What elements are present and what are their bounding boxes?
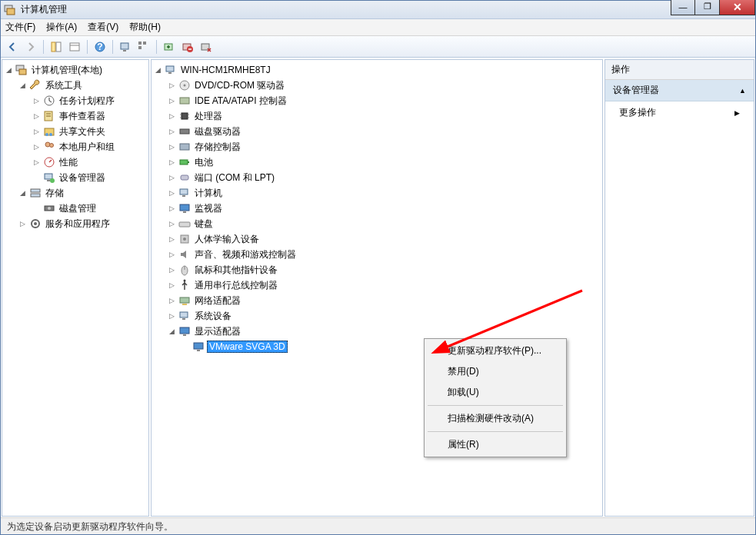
network-icon [178,294,191,307]
actions-section[interactable]: 设备管理器 ▲ [605,80,754,101]
tree-node-task-scheduler[interactable]: ▷任务计划程序 [32,93,146,108]
svg-rect-56 [180,204,189,211]
expander-icon[interactable]: ▷ [32,128,41,136]
expander-icon[interactable]: ▷ [168,189,176,198]
device-sound[interactable]: ▷声音、视频和游戏控制器 [168,247,600,262]
device-icon-button[interactable] [117,38,134,55]
close-button[interactable]: ✕ [720,0,755,15]
expander-icon[interactable]: ◢ [18,189,27,198]
device-keyboard[interactable]: ▷键盘 [168,216,600,231]
tree-node-storage[interactable]: ◢ 存储 [18,185,146,201]
device-network[interactable]: ▷网络适配器 [168,293,600,308]
svg-point-27 [45,142,50,147]
menu-disable[interactable]: 禁用(D) [426,361,565,382]
svg-rect-68 [180,327,189,334]
menu-update-driver[interactable]: 更新驱动程序软件(P)... [426,341,565,361]
expander-icon[interactable]: ▷ [168,143,176,151]
device-computer[interactable]: ▷计算机 [168,185,600,201]
tree-view-button[interactable] [135,38,152,55]
disable-device-button[interactable] [179,38,196,55]
maximize-button[interactable]: ❐ [695,0,720,15]
actions-section-label: 设备管理器 [613,84,659,97]
ide-icon [178,95,191,107]
expander-icon[interactable]: ▷ [168,266,176,274]
expander-icon[interactable]: ▷ [18,220,27,228]
device-storage-ctrl[interactable]: ▷存储控制器 [168,139,600,155]
forward-button[interactable] [22,38,39,55]
computer-mgmt-icon [15,64,28,76]
expander-icon[interactable]: ◢ [18,81,27,90]
device-battery[interactable]: ▷电池 [168,155,600,170]
tree-node-event-viewer[interactable]: ▷事件查看器 [32,108,146,124]
minimize-button[interactable]: — [671,0,695,15]
expander-icon[interactable]: ▷ [168,235,176,244]
device-usb[interactable]: ▷通用串行总线控制器 [168,277,600,293]
expander-icon[interactable]: ▷ [168,81,176,90]
device-dvd[interactable]: ▷DVD/CD-ROM 驱动器 [168,78,600,93]
expander-icon[interactable]: ▷ [168,312,176,321]
menu-action[interactable]: 操作(A) [46,21,77,34]
svg-rect-4 [70,43,79,51]
expander-icon[interactable]: ▷ [168,251,176,259]
expander-icon[interactable]: ▷ [168,158,176,167]
device-disk[interactable]: ▷磁盘驱动器 [168,124,600,139]
device-sysdev[interactable]: ▷系统设备 [168,308,600,324]
expander-icon[interactable]: ▷ [168,112,176,121]
expander-icon[interactable]: ◢ [5,66,13,75]
management-tree[interactable]: ◢ 计算机管理(本地) ◢ 系统工具 ▷任务计划程序 [5,62,146,231]
users-icon [43,141,55,153]
tree-node-root[interactable]: ◢ 计算机管理(本地) [5,62,146,78]
device-root[interactable]: ◢ WIN-HCM1RMHE8TJ [154,62,600,78]
expander-icon[interactable]: ▷ [32,112,41,121]
svg-point-28 [50,144,54,148]
menu-scan-hardware[interactable]: 扫描检测硬件改动(A) [426,408,565,429]
expander-icon[interactable]: ▷ [168,204,176,213]
actions-more-link[interactable]: 更多操作 ▶ [605,101,754,124]
svg-rect-55 [182,195,185,197]
expander-icon[interactable]: ▷ [168,297,176,305]
menu-file[interactable]: 文件(F) [5,21,35,34]
menu-view[interactable]: 查看(V) [88,21,118,34]
back-button[interactable] [4,38,21,55]
svg-rect-57 [183,211,186,213]
tree-node-disk-mgmt[interactable]: 磁盘管理 [32,201,146,216]
expander-icon[interactable]: ▷ [168,281,176,290]
wrench-icon [29,79,42,91]
expander-icon[interactable]: ▷ [32,97,41,105]
device-hid[interactable]: ▷人体学输入设备 [168,231,600,247]
help-button[interactable]: ? [92,38,108,55]
tree-node-shared-folders[interactable]: ▷共享文件夹 [32,124,146,139]
tree-node-device-manager[interactable]: 设备管理器 [32,170,146,185]
device-tree[interactable]: ◢ WIN-HCM1RMHE8TJ ▷DVD/CD-ROM 驱动器 ▷IDE A… [154,62,600,354]
tree-label: 事件查看器 [58,110,107,123]
menu-properties[interactable]: 属性(R) [426,434,565,455]
device-monitor[interactable]: ▷监视器 [168,201,600,216]
tree-node-local-users[interactable]: ▷本地用户和组 [32,139,146,155]
expander-icon[interactable]: ◢ [168,327,176,336]
tree-label: 系统工具 [44,79,84,92]
expander-icon[interactable]: ◢ [154,66,162,75]
device-ports[interactable]: ▷端口 (COM 和 LPT) [168,170,600,185]
update-driver-button[interactable] [161,38,178,55]
properties-button[interactable] [66,38,83,55]
device-ide[interactable]: ▷IDE ATA/ATAPI 控制器 [168,93,600,108]
menu-uninstall[interactable]: 卸载(U) [426,382,565,403]
tree-label: 监视器 [193,202,224,215]
expander-icon[interactable]: ▷ [32,143,41,151]
tree-node-services[interactable]: ▷ 服务和应用程序 [18,216,146,231]
expander-icon[interactable]: ▷ [32,158,41,167]
scope-button[interactable] [48,38,65,55]
tree-node-system-tools[interactable]: ◢ 系统工具 [18,78,146,93]
device-cpu[interactable]: ▷处理器 [168,108,600,124]
svg-point-63 [184,280,186,282]
tree-node-performance[interactable]: ▷性能 [32,155,146,170]
menu-help[interactable]: 帮助(H) [129,21,161,34]
tree-label: 计算机管理(本地) [30,64,104,77]
expander-icon[interactable]: ▷ [168,220,176,228]
device-display[interactable]: ◢ 显示适配器 [168,324,600,339]
expander-icon[interactable]: ▷ [168,97,176,105]
expander-icon[interactable]: ▷ [168,174,176,182]
device-mouse[interactable]: ▷鼠标和其他指针设备 [168,262,600,277]
uninstall-device-button[interactable] [198,38,215,55]
expander-icon[interactable]: ▷ [168,128,176,136]
